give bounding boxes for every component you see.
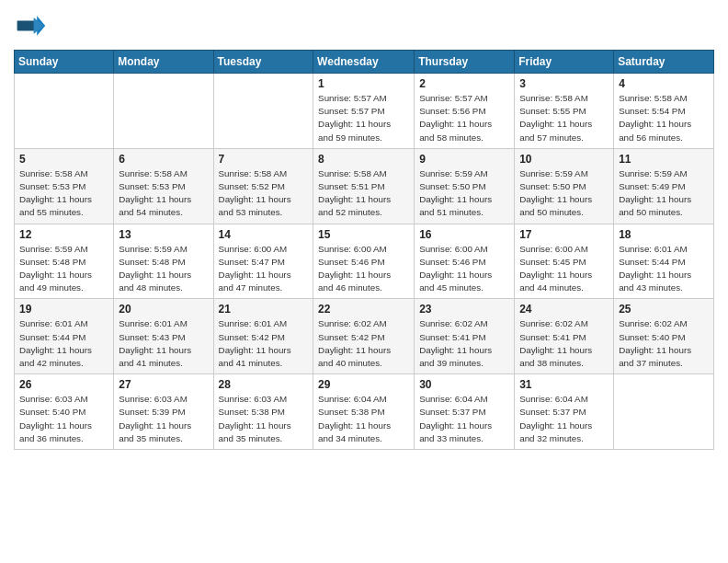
calendar-week-4: 26Sunrise: 6:03 AM Sunset: 5:40 PM Dayli…	[15, 374, 714, 450]
day-number: 11	[619, 153, 709, 166]
day-info: Sunrise: 5:58 AM Sunset: 5:55 PM Dayligh…	[519, 92, 609, 144]
day-info: Sunrise: 5:59 AM Sunset: 5:50 PM Dayligh…	[519, 167, 609, 220]
day-number: 31	[519, 378, 609, 391]
day-number: 15	[318, 228, 409, 241]
calendar-cell-w0d4: 2Sunrise: 5:57 AM Sunset: 5:56 PM Daylig…	[415, 74, 515, 149]
day-info: Sunrise: 6:02 AM Sunset: 5:42 PM Dayligh…	[318, 317, 409, 370]
day-info: Sunrise: 5:58 AM Sunset: 5:54 PM Dayligh…	[619, 92, 709, 144]
calendar-header-wednesday: Wednesday	[313, 51, 415, 74]
day-number: 5	[19, 153, 108, 166]
day-info: Sunrise: 6:04 AM Sunset: 5:37 PM Dayligh…	[419, 393, 509, 445]
calendar-cell-w3d5: 24Sunrise: 6:02 AM Sunset: 5:41 PM Dayli…	[515, 299, 614, 374]
calendar-week-2: 12Sunrise: 5:59 AM Sunset: 5:48 PM Dayli…	[15, 224, 714, 299]
calendar-cell-w1d1: 6Sunrise: 5:58 AM Sunset: 5:53 PM Daylig…	[114, 148, 213, 224]
calendar-week-3: 19Sunrise: 6:01 AM Sunset: 5:44 PM Dayli…	[15, 299, 714, 374]
day-number: 9	[419, 153, 509, 166]
day-info: Sunrise: 5:57 AM Sunset: 5:56 PM Dayligh…	[419, 92, 509, 144]
calendar-cell-w3d3: 22Sunrise: 6:02 AM Sunset: 5:42 PM Dayli…	[313, 299, 415, 374]
calendar-cell-w2d6: 18Sunrise: 6:01 AM Sunset: 5:44 PM Dayli…	[614, 224, 714, 299]
calendar-cell-w4d1: 27Sunrise: 6:03 AM Sunset: 5:39 PM Dayli…	[114, 374, 213, 450]
calendar-cell-w3d2: 21Sunrise: 6:01 AM Sunset: 5:42 PM Dayli…	[213, 299, 313, 374]
calendar-header-tuesday: Tuesday	[213, 51, 313, 74]
day-number: 19	[19, 303, 108, 316]
calendar-cell-w1d2: 7Sunrise: 5:58 AM Sunset: 5:52 PM Daylig…	[213, 148, 313, 224]
day-info: Sunrise: 5:59 AM Sunset: 5:49 PM Dayligh…	[619, 167, 709, 220]
day-number: 17	[519, 228, 609, 241]
calendar-cell-w4d4: 30Sunrise: 6:04 AM Sunset: 5:37 PM Dayli…	[415, 374, 515, 450]
calendar-cell-w4d6	[614, 374, 714, 450]
calendar-cell-w3d6: 25Sunrise: 6:02 AM Sunset: 5:40 PM Dayli…	[614, 299, 714, 374]
day-info: Sunrise: 5:59 AM Sunset: 5:48 PM Dayligh…	[119, 243, 208, 295]
calendar-week-0: 1Sunrise: 5:57 AM Sunset: 5:57 PM Daylig…	[15, 74, 714, 149]
calendar-cell-w1d6: 11Sunrise: 5:59 AM Sunset: 5:49 PM Dayli…	[614, 148, 714, 224]
logo-icon	[14, 9, 47, 42]
day-info: Sunrise: 6:00 AM Sunset: 5:46 PM Dayligh…	[318, 243, 409, 295]
day-number: 23	[419, 303, 509, 316]
calendar-cell-w1d3: 8Sunrise: 5:58 AM Sunset: 5:51 PM Daylig…	[313, 148, 415, 224]
day-number: 10	[519, 153, 609, 166]
day-number: 2	[419, 77, 509, 90]
day-number: 24	[519, 303, 609, 316]
calendar-cell-w2d2: 14Sunrise: 6:00 AM Sunset: 5:47 PM Dayli…	[213, 224, 313, 299]
day-info: Sunrise: 5:59 AM Sunset: 5:50 PM Dayligh…	[419, 167, 509, 220]
day-number: 30	[419, 378, 509, 391]
day-number: 27	[119, 378, 208, 391]
day-number: 7	[219, 153, 309, 166]
logo	[14, 9, 51, 42]
day-number: 4	[619, 77, 709, 90]
day-info: Sunrise: 6:02 AM Sunset: 5:41 PM Dayligh…	[519, 317, 609, 370]
calendar-header-sunday: Sunday	[15, 51, 114, 74]
day-info: Sunrise: 6:04 AM Sunset: 5:38 PM Dayligh…	[318, 393, 409, 445]
day-info: Sunrise: 6:03 AM Sunset: 5:38 PM Dayligh…	[219, 393, 309, 445]
day-info: Sunrise: 6:02 AM Sunset: 5:40 PM Dayligh…	[619, 317, 709, 370]
day-number: 14	[219, 228, 309, 241]
day-number: 28	[219, 378, 309, 391]
calendar-cell-w3d0: 19Sunrise: 6:01 AM Sunset: 5:44 PM Dayli…	[15, 299, 114, 374]
day-info: Sunrise: 5:57 AM Sunset: 5:57 PM Dayligh…	[318, 92, 409, 144]
calendar-cell-w1d0: 5Sunrise: 5:58 AM Sunset: 5:53 PM Daylig…	[15, 148, 114, 224]
calendar-cell-w2d1: 13Sunrise: 5:59 AM Sunset: 5:48 PM Dayli…	[114, 224, 213, 299]
day-info: Sunrise: 6:01 AM Sunset: 5:44 PM Dayligh…	[19, 317, 108, 370]
calendar-cell-w1d5: 10Sunrise: 5:59 AM Sunset: 5:50 PM Dayli…	[515, 148, 614, 224]
calendar-cell-w2d0: 12Sunrise: 5:59 AM Sunset: 5:48 PM Dayli…	[15, 224, 114, 299]
calendar-cell-w3d4: 23Sunrise: 6:02 AM Sunset: 5:41 PM Dayli…	[415, 299, 515, 374]
calendar-header-thursday: Thursday	[415, 51, 515, 74]
day-number: 16	[419, 228, 509, 241]
calendar-cell-w2d4: 16Sunrise: 6:00 AM Sunset: 5:46 PM Dayli…	[415, 224, 515, 299]
day-info: Sunrise: 5:58 AM Sunset: 5:51 PM Dayligh…	[318, 167, 409, 220]
calendar-cell-w0d3: 1Sunrise: 5:57 AM Sunset: 5:57 PM Daylig…	[313, 74, 415, 149]
calendar-week-1: 5Sunrise: 5:58 AM Sunset: 5:53 PM Daylig…	[15, 148, 714, 224]
calendar-header-row: SundayMondayTuesdayWednesdayThursdayFrid…	[15, 51, 714, 74]
calendar-cell-w0d2	[213, 74, 313, 149]
day-number: 3	[519, 77, 609, 90]
page: SundayMondayTuesdayWednesdayThursdayFrid…	[0, 0, 728, 563]
day-number: 12	[19, 228, 108, 241]
day-number: 13	[119, 228, 208, 241]
calendar-header-monday: Monday	[114, 51, 213, 74]
calendar-cell-w3d1: 20Sunrise: 6:01 AM Sunset: 5:43 PM Dayli…	[114, 299, 213, 374]
day-number: 22	[318, 303, 409, 316]
calendar-cell-w0d6: 4Sunrise: 5:58 AM Sunset: 5:54 PM Daylig…	[614, 74, 714, 149]
calendar-cell-w4d3: 29Sunrise: 6:04 AM Sunset: 5:38 PM Dayli…	[313, 374, 415, 450]
calendar-cell-w1d4: 9Sunrise: 5:59 AM Sunset: 5:50 PM Daylig…	[415, 148, 515, 224]
day-number: 8	[318, 153, 409, 166]
calendar-table: SundayMondayTuesdayWednesdayThursdayFrid…	[14, 50, 714, 450]
header	[14, 9, 714, 42]
day-number: 18	[619, 228, 709, 241]
day-info: Sunrise: 6:00 AM Sunset: 5:45 PM Dayligh…	[519, 243, 609, 295]
day-number: 29	[318, 378, 409, 391]
day-number: 6	[119, 153, 208, 166]
day-info: Sunrise: 5:58 AM Sunset: 5:53 PM Dayligh…	[19, 167, 108, 220]
day-info: Sunrise: 6:02 AM Sunset: 5:41 PM Dayligh…	[419, 317, 509, 370]
day-info: Sunrise: 5:58 AM Sunset: 5:53 PM Dayligh…	[119, 167, 208, 220]
day-info: Sunrise: 5:59 AM Sunset: 5:48 PM Dayligh…	[19, 243, 108, 295]
calendar-cell-w0d1	[114, 74, 213, 149]
calendar-header-friday: Friday	[515, 51, 614, 74]
day-info: Sunrise: 6:01 AM Sunset: 5:43 PM Dayligh…	[119, 317, 208, 370]
calendar-cell-w0d5: 3Sunrise: 5:58 AM Sunset: 5:55 PM Daylig…	[515, 74, 614, 149]
day-info: Sunrise: 6:00 AM Sunset: 5:47 PM Dayligh…	[219, 243, 309, 295]
day-number: 26	[19, 378, 108, 391]
day-info: Sunrise: 6:04 AM Sunset: 5:37 PM Dayligh…	[519, 393, 609, 445]
calendar-cell-w2d3: 15Sunrise: 6:00 AM Sunset: 5:46 PM Dayli…	[313, 224, 415, 299]
calendar-cell-w4d2: 28Sunrise: 6:03 AM Sunset: 5:38 PM Dayli…	[213, 374, 313, 450]
